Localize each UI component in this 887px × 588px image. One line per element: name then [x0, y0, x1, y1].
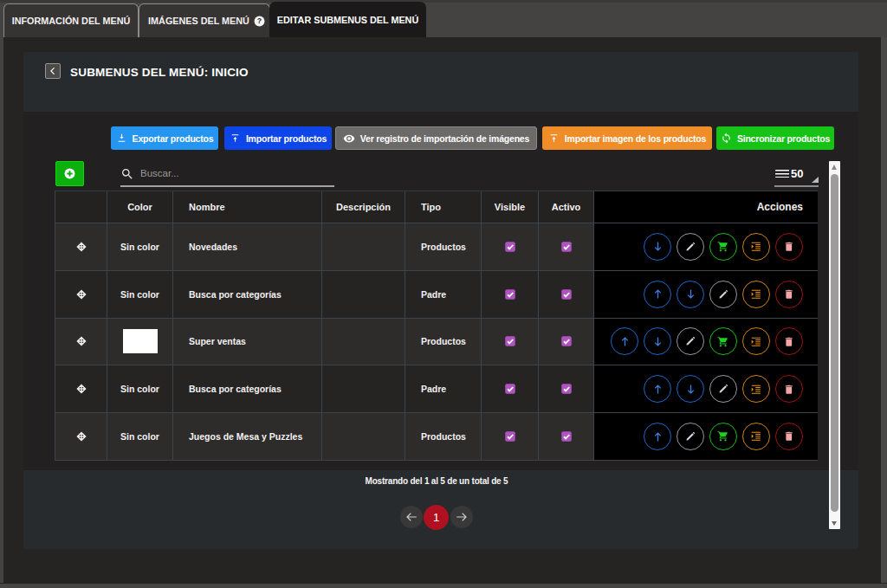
svg-text:?: ?	[257, 16, 262, 25]
